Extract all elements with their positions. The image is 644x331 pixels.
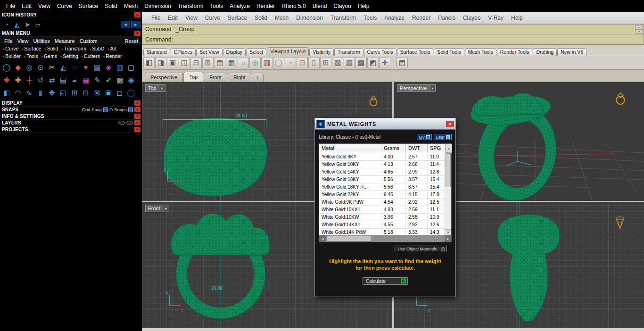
table-row[interactable]: White Gold:14KX14.552.9212.6 — [319, 221, 445, 229]
sidebar-tool-icon[interactable]: ◧ — [1, 87, 12, 99]
sidebar-tool-icon[interactable]: ⊠ — [91, 87, 103, 99]
app-menu-item-view[interactable]: View — [182, 15, 201, 21]
sidebar-tool-icon[interactable]: ▥ — [114, 62, 125, 73]
table-row[interactable]: Yellow Gold:18KY5.563.5715.4 — [319, 176, 445, 183]
viewport-tab-top[interactable]: Top — [183, 72, 203, 82]
ribbon-tab-new-in-v5[interactable]: New in V5 — [557, 48, 586, 56]
category-solid[interactable]: ●Solid — [43, 46, 60, 51]
toolbar-icon-6[interactable]: ▤ — [214, 57, 225, 68]
sidebar-tool-icon[interactable]: ┼ — [24, 74, 35, 86]
ribbon-tab-render-tools[interactable]: Render Tools — [497, 48, 533, 56]
close-icon[interactable]: ✕ — [134, 100, 140, 106]
chevron-down-icon[interactable]: ▾ — [159, 84, 165, 92]
osnap-toggle[interactable] — [128, 108, 133, 112]
table-row[interactable]: Yellow Gold:10KY4.132.6611.4 — [319, 161, 445, 168]
table-row[interactable]: White Gold:9K PdW4.542.9212.5 — [319, 199, 445, 206]
dialog-close-button[interactable]: ✕ — [446, 121, 454, 127]
grid-snap-toggle[interactable] — [103, 108, 108, 112]
app-menu-item-edit[interactable]: Edit — [164, 15, 182, 21]
command-history-line[interactable]: Command: '_Group ▲ ▼ — [142, 24, 644, 34]
menubar-item-mesh[interactable]: Mesh — [121, 3, 141, 9]
scroll-up-button[interactable]: ▲ — [446, 144, 452, 153]
scrollbar-thumb[interactable] — [446, 153, 451, 187]
app-menu-item-help[interactable]: Help — [507, 15, 527, 21]
sidebar-tool-icon[interactable]: ▤ — [58, 74, 69, 86]
sidebar-tool-icon[interactable]: ✥ — [46, 87, 58, 99]
history-tool-icon[interactable]: ◔ — [1, 19, 12, 30]
ribbon-tab-surface-tools[interactable]: Surface Tools — [397, 48, 433, 56]
sidebar-tool-icon[interactable]: ▩ — [114, 74, 125, 86]
toolbar-icon-20[interactable]: ✚ — [379, 57, 390, 68]
menubar-item-render[interactable]: Render — [253, 3, 278, 9]
main-menu-measure[interactable]: Measure — [52, 38, 77, 44]
layers-panel-header[interactable]: LAYERS ✕ — [0, 120, 142, 126]
toolbar-icon-11[interactable]: ◯ — [273, 57, 284, 68]
toolbar-icon-9[interactable]: ◎ — [249, 57, 261, 68]
ribbon-tab-cplanes[interactable]: CPlanes — [171, 48, 196, 56]
chevron-down-icon[interactable]: ▾ — [163, 205, 169, 212]
menubar-item-rhino-5-0[interactable]: Rhino 5.0 — [278, 3, 309, 9]
scrollbar-thumb[interactable] — [327, 236, 372, 241]
category-art[interactable]: ●Art — [106, 46, 118, 51]
viewport-tab-new[interactable]: + — [252, 73, 264, 82]
sidebar-tool-icon[interactable]: ▢ — [125, 62, 137, 73]
sidebar-tool-icon[interactable]: ✚ — [12, 74, 24, 86]
ribbon-tab-standard[interactable]: Standard — [143, 48, 170, 56]
category-surface[interactable]: ●Surface — [20, 46, 42, 51]
sidebar-tool-icon[interactable]: ▮ — [35, 87, 46, 99]
category-tools[interactable]: ●Tools — [22, 53, 40, 59]
menubar-item-solid[interactable]: Solid — [101, 3, 121, 9]
app-menu-item-tools[interactable]: Tools — [360, 15, 380, 21]
info-settings-panel-header[interactable]: INFO & SETTINGS ✕ — [0, 113, 142, 120]
toolbar-icon-14[interactable]: ▯ — [308, 57, 320, 68]
sidebar-tool-icon[interactable]: ✔ — [103, 74, 114, 86]
close-icon[interactable]: ✕ — [134, 12, 140, 17]
close-icon[interactable]: ✕ — [134, 31, 140, 36]
scroll-down-button[interactable]: ▼ — [445, 229, 451, 235]
category-builder[interactable]: ●Builder — [1, 53, 22, 59]
menubar-item-curve[interactable]: Curve — [54, 3, 75, 9]
chevron-down-icon[interactable]: ▾ — [429, 84, 436, 92]
menubar-item-tools[interactable]: Tools — [206, 3, 226, 9]
main-menu-reset[interactable]: Reset — [124, 38, 140, 44]
sidebar-tool-icon[interactable]: ◆ — [12, 62, 24, 73]
sidebar-tool-icon[interactable]: ✚ — [1, 74, 12, 86]
scroll-up-button[interactable]: ▲ — [635, 25, 643, 29]
app-menu-item-render[interactable]: Render — [408, 15, 434, 21]
snaps-panel-header[interactable]: SNAPS Grid Snap O-Snaps ✕ — [0, 107, 142, 113]
scroll-right-button[interactable]: ► — [445, 235, 451, 242]
sidebar-tool-icon[interactable]: ▤ — [91, 62, 103, 73]
sidebar-tool-icon[interactable]: ◭ — [58, 62, 69, 73]
horizontal-scrollbar[interactable]: ◄ ► — [319, 235, 451, 242]
ribbon-tab-set-view[interactable]: Set View — [196, 48, 222, 56]
app-menu-item-mesh[interactable]: Mesh — [271, 15, 292, 21]
table-row[interactable]: White Gold:10KX14.032.5911.1 — [319, 206, 445, 214]
main-menu-custom[interactable]: Custom — [77, 38, 100, 44]
app-menu-item-curve[interactable]: Curve — [201, 15, 224, 21]
category-setting[interactable]: ●Setting — [58, 53, 80, 59]
calculate-button[interactable]: Calculate ▶ — [363, 277, 408, 285]
menubar-item-view[interactable]: View — [35, 3, 54, 9]
menubar-item-transform[interactable]: Transform — [174, 3, 206, 9]
toolbar-icon-18[interactable]: ▩ — [355, 57, 367, 68]
table-row[interactable]: Yellow Gold:22KY6.454.1517.8 — [319, 191, 445, 199]
table-row[interactable]: White Gold:10KW3.962.5510.9 — [319, 214, 445, 221]
category-render[interactable]: ●Render — [101, 53, 124, 59]
sidebar-tool-icon[interactable]: ◻ — [114, 87, 125, 99]
sidebar-tool-icon[interactable]: ✂ — [46, 62, 58, 73]
toolbar-icon-12[interactable]: ◔ — [285, 57, 296, 68]
menubar-item-clayoo[interactable]: Clayoo — [330, 3, 354, 9]
user-toggle-button[interactable]: User — [434, 134, 452, 140]
sidebar-tool-icon[interactable]: ◯ — [1, 62, 12, 73]
ribbon-tab-mesh-tools[interactable]: Mesh Tools — [465, 48, 496, 56]
command-input-line[interactable]: Command: — [142, 34, 644, 45]
main-menu-file[interactable]: File — [2, 38, 15, 44]
main-menu-utilities[interactable]: Utilities — [31, 38, 52, 44]
sidebar-tool-icon[interactable]: ✎ — [91, 74, 103, 86]
ribbon-tab-transform[interactable]: Transform — [334, 48, 363, 56]
toolbar-icon-4[interactable]: ⊟ — [190, 57, 202, 68]
category-cutters[interactable]: ●Cutters — [80, 53, 101, 59]
sidebar-tool-icon[interactable]: ▣ — [103, 87, 114, 99]
history-forward-button[interactable]: ► — [131, 21, 140, 28]
app-menu-item-file[interactable]: File — [148, 15, 164, 21]
